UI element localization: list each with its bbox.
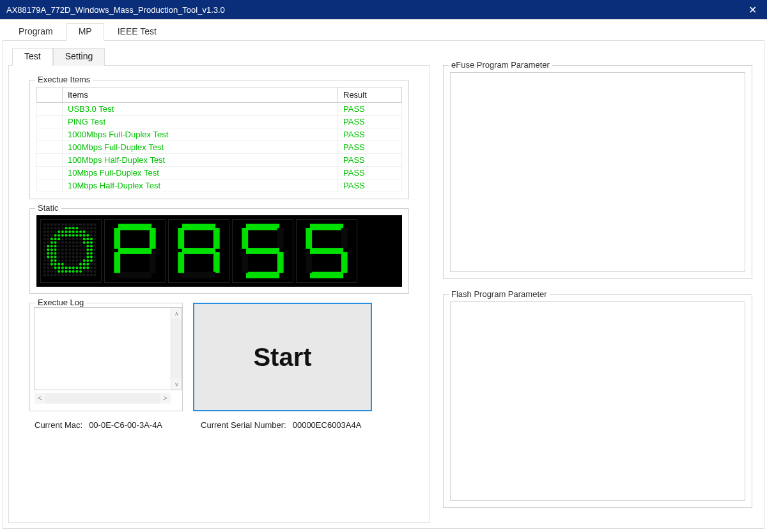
svg-point-145 (75, 255, 78, 258)
current-mac-value: 00-0E-C6-00-3A-4A (89, 420, 162, 430)
vertical-scrollbar[interactable]: ∧ ∨ (171, 308, 182, 390)
svg-point-144 (72, 255, 75, 258)
svg-point-25 (75, 227, 78, 229)
svg-point-56 (79, 234, 82, 236)
svg-point-46 (43, 234, 46, 236)
svg-point-103 (86, 245, 89, 247)
svg-rect-245 (277, 252, 284, 273)
svg-point-94 (54, 245, 56, 247)
svg-point-49 (54, 234, 56, 236)
svg-point-186 (61, 266, 64, 269)
svg-point-55 (75, 234, 78, 236)
item-name: 100Mbps Full-Duplex Test (63, 141, 338, 154)
scroll-right-icon[interactable]: > (160, 393, 171, 404)
svg-point-214 (54, 274, 56, 277)
svg-point-198 (50, 270, 53, 273)
svg-point-52 (65, 234, 67, 236)
svg-point-26 (79, 227, 82, 229)
status-circle-icon (40, 219, 102, 283)
svg-point-73 (86, 238, 89, 240)
start-button[interactable]: Start (193, 303, 372, 411)
svg-point-109 (54, 248, 56, 251)
svg-point-147 (83, 255, 86, 258)
svg-point-194 (90, 266, 93, 269)
item-result: PASS (338, 116, 402, 128)
group-efuse: eFuse Program Parameter (443, 65, 752, 279)
svg-point-135 (94, 252, 97, 255)
svg-point-196 (43, 270, 46, 273)
tab-program[interactable]: Program (6, 23, 65, 41)
svg-point-148 (86, 255, 89, 258)
svg-point-6 (61, 224, 64, 226)
svg-point-99 (72, 245, 75, 247)
svg-point-69 (72, 238, 75, 240)
pass-letter-2 (232, 219, 293, 283)
item-result: PASS (338, 128, 402, 141)
svg-point-142 (65, 255, 67, 258)
svg-point-16 (43, 227, 46, 229)
svg-point-181 (43, 266, 46, 269)
table-row: USB3.0 TestPASS (37, 103, 402, 116)
item-name: 10Mbps Full-Duplex Test (63, 167, 338, 179)
svg-point-128 (68, 252, 71, 255)
svg-point-160 (75, 259, 78, 262)
svg-point-11 (79, 224, 82, 226)
log-start-row: Exectue Log ∧ ∨ < > (29, 303, 422, 411)
svg-point-105 (94, 245, 97, 247)
svg-point-152 (47, 259, 49, 262)
group-exec-items: Exectue Items Items Result USB3.0 TestPA… (29, 80, 409, 199)
svg-point-184 (54, 266, 56, 269)
close-icon[interactable]: ✕ (745, 4, 761, 16)
group-exec-log-legend: Exectue Log (35, 298, 86, 307)
tab-test[interactable]: Test (12, 48, 53, 66)
svg-point-220 (75, 274, 78, 277)
svg-point-200 (58, 270, 60, 273)
svg-point-177 (83, 263, 86, 266)
pass-letter-0 (104, 219, 166, 283)
svg-point-115 (75, 248, 78, 251)
pass-display (36, 215, 402, 287)
svg-point-45 (94, 231, 97, 233)
tab-setting[interactable]: Setting (53, 48, 105, 66)
inner-tabpanel: Exectue Items Items Result USB3.0 TestPA… (8, 66, 430, 523)
svg-point-133 (86, 252, 89, 255)
svg-point-185 (58, 266, 60, 269)
svg-point-89 (90, 241, 93, 244)
horizontal-scrollbar[interactable]: < > (35, 393, 171, 404)
svg-point-211 (43, 274, 46, 277)
svg-point-20 (58, 227, 60, 229)
exec-log-textarea[interactable]: ∧ ∨ < > (34, 307, 182, 390)
svg-point-192 (83, 266, 86, 269)
scroll-up-icon[interactable]: ∧ (171, 308, 182, 319)
svg-point-23 (68, 227, 71, 229)
scroll-left-icon[interactable]: < (35, 393, 45, 404)
title-bar: AX88179A_772D_Windows_Mass_Production_To… (0, 0, 767, 19)
svg-point-79 (54, 241, 56, 244)
table-row: 100Mbps Full-Duplex TestPASS (37, 141, 402, 154)
svg-point-131 (79, 252, 82, 255)
svg-point-213 (50, 274, 53, 277)
tab-mp[interactable]: MP (66, 23, 104, 41)
svg-point-97 (65, 245, 67, 247)
svg-rect-240 (178, 228, 184, 249)
svg-rect-256 (306, 228, 312, 249)
svg-point-117 (83, 248, 86, 251)
svg-point-72 (83, 238, 86, 240)
group-exec-items-legend: Exectue Items (35, 75, 93, 84)
svg-point-173 (68, 263, 71, 266)
svg-rect-228 (150, 228, 156, 249)
svg-point-215 (58, 274, 60, 277)
svg-point-167 (47, 263, 49, 266)
svg-point-19 (54, 227, 56, 229)
svg-point-223 (86, 274, 89, 277)
svg-point-193 (86, 266, 89, 269)
svg-point-38 (68, 231, 71, 233)
svg-point-80 (58, 241, 60, 244)
svg-rect-237 (213, 252, 220, 273)
tab-ieee-test[interactable]: IEEE Test (105, 23, 169, 41)
svg-point-127 (65, 252, 67, 255)
svg-point-129 (72, 252, 75, 255)
group-efuse-legend: eFuse Program Parameter (449, 60, 552, 70)
svg-point-78 (50, 241, 53, 244)
scroll-down-icon[interactable]: ∨ (171, 379, 182, 390)
